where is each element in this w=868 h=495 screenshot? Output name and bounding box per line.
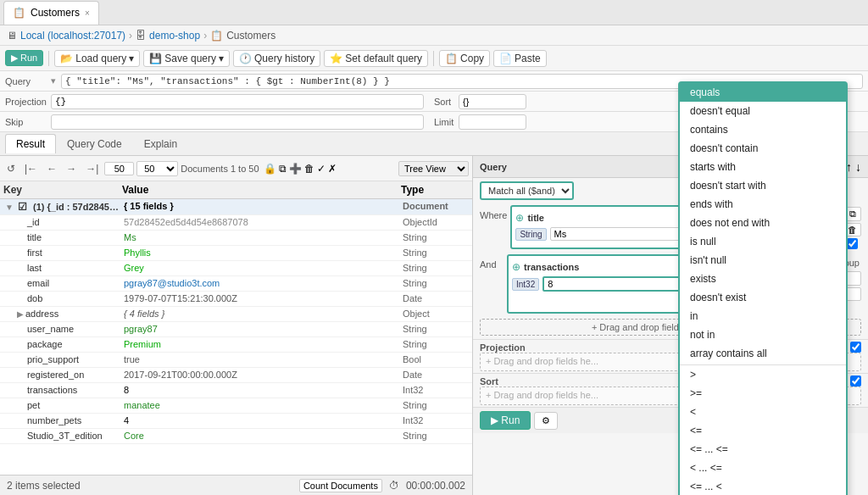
count-documents-button[interactable]: Count Documents [299,479,382,492]
cell-key: ▶address [3,308,122,320]
cell-key: first [3,247,122,259]
dropdown-item-19[interactable]: <= ... <= [680,440,846,459]
limit-input[interactable] [459,114,526,130]
field1-add-icon[interactable]: ⊕ [515,212,524,224]
projection-checkbox[interactable] [850,342,861,353]
table-row[interactable]: title Ms String [0,231,472,246]
table-row[interactable]: registered_on 2017-09-21T00:00:00.000Z D… [0,368,472,383]
table-row[interactable]: user_name pgray87 String [0,322,472,337]
dropdown-item-9[interactable]: isn't null [680,251,846,270]
view-select[interactable]: Tree View Table View JSON View [398,161,469,176]
table-row[interactable]: _id 57d28452ed5d4d54e8687078 ObjectId [0,215,472,231]
sort-label: Sort [480,376,498,387]
forward-end-button[interactable]: →| [82,162,102,175]
dropdown-item-18[interactable]: <= [680,421,846,440]
cell-type: Int32 [401,414,469,426]
copy-button[interactable]: 📋 Copy [439,50,490,67]
dropdown-item-4[interactable]: starts with [680,158,846,176]
table-row[interactable]: prio_support true Bool [0,353,472,368]
table-row[interactable]: number_pets 4 Int32 [0,414,472,429]
dropdown-item-20[interactable]: < ... <= [680,459,846,477]
validate-icon[interactable]: ✓ [317,163,326,175]
expand-icon[interactable]: ▶ [17,309,24,319]
dropdown-item-0[interactable]: equals [680,83,846,102]
dropdown-item-7[interactable]: does not end with [680,214,846,232]
run-button[interactable]: ▶ Run [5,50,43,66]
breadcrumb-icon-db: 🗄 [136,30,146,42]
sort-checkbox[interactable] [850,375,861,387]
projection-input[interactable] [51,94,424,109]
where-label: Where [475,205,510,249]
sort-down-icon[interactable]: ↓ [855,160,861,174]
table-row[interactable]: dob 1979-07-07T15:21:30.000Z Date [0,292,472,307]
table-row[interactable]: ▼ ☑ (1) {_id : 57d28452ed5d4d54e8687... … [0,199,472,215]
table-row[interactable]: ▶address { 4 fields } Object [0,307,472,322]
back-start-button[interactable]: |← [21,162,41,175]
table-row[interactable]: pet manatee String [0,398,472,414]
cell-type: String [401,231,469,243]
table-row[interactable]: last Grey String [0,261,472,276]
paste-button[interactable]: 📄 Paste [493,50,547,67]
dropdown-item-6[interactable]: ends with [680,195,846,214]
cell-value: 8 [122,384,401,396]
cell-key: ▼ ☑ (1) {_id : 57d28452ed5d4d54e8687... [3,200,122,214]
save-chevron-icon: ▾ [219,53,224,64]
dropdown-item-12[interactable]: in [680,307,846,325]
dropdown-item-21[interactable]: <= ... < [680,477,846,495]
dropdown-item-13[interactable]: not in [680,325,846,344]
field1-checkbox[interactable] [847,238,858,249]
set-default-query-button[interactable]: ⭐ Set default query [324,50,428,67]
tab-query-code[interactable]: Query Code [56,134,133,153]
delete-doc-icon[interactable]: 🗑 [304,163,314,175]
add-doc-icon[interactable]: ➕ [289,163,302,175]
dropdown-item-11[interactable]: doesn't exist [680,288,846,307]
query-expand-icon[interactable]: ▾ [51,75,56,86]
dropdown-item-3[interactable]: doesn't contain [680,139,846,158]
breadcrumb-db[interactable]: demo-shop [149,30,200,42]
dropdown-item-16[interactable]: >= [680,384,846,403]
cell-value: 2017-09-21T00:00:00.000Z [122,369,401,381]
table-row[interactable]: package Premium String [0,337,472,353]
dropdown-item-17[interactable]: < [680,403,846,421]
page-size-select[interactable]: 50 100 200 [136,161,178,176]
page-size-input[interactable] [104,162,134,175]
dropdown-item-5[interactable]: doesn't start with [680,176,846,195]
cancel-icon[interactable]: ✗ [328,163,337,175]
copy-doc-icon[interactable]: ⧉ [279,163,287,175]
skip-input[interactable] [51,114,424,130]
dropdown-item-2[interactable]: contains [680,120,846,139]
save-query-button[interactable]: 💾 Save query ▾ [143,50,230,67]
dropdown-item-1[interactable]: doesn't equal [680,102,846,120]
table-row[interactable]: transactions 8 Int32 [0,383,472,398]
toolbar: ▶ Run 📂 Load query ▾ 💾 Save query ▾ 🕐 Qu… [0,46,868,71]
tab-explain[interactable]: Explain [133,134,188,153]
dropdown-item-14[interactable]: array contains all [680,344,846,363]
dropdown-item-10[interactable]: exists [680,270,846,288]
table-row[interactable]: first Phyllis String [0,246,472,261]
breadcrumb-server[interactable]: Local (localhost:27017) [20,30,125,42]
sort-input[interactable] [459,94,526,109]
back-button[interactable]: ← [43,162,60,175]
tab-result[interactable]: Result [5,134,56,153]
cell-type: String [401,247,469,259]
qb-settings-button[interactable]: ⚙ [534,412,558,430]
query-history-button[interactable]: 🕐 Query history [233,50,320,67]
forward-button[interactable]: → [63,162,80,175]
load-query-button[interactable]: 📂 Load query ▾ [54,50,140,67]
match-select[interactable]: Match all ($and) Match any ($or) [480,181,574,200]
cell-value: pgray87@studio3t.com [122,277,401,289]
customers-tab[interactable]: 📋 Customers × [3,1,99,25]
dropdown-item-15[interactable]: > [680,364,846,384]
projection-label: Projection [5,97,47,107]
table-row[interactable]: Studio_3T_edition Core String [0,429,472,444]
cell-value: 4 [122,414,401,426]
table-row[interactable]: email pgray87@studio3t.com String [0,276,472,292]
doc-checkbox[interactable]: ☑ [18,201,27,213]
qb-run-button[interactable]: ▶ Run [480,411,531,430]
tab-close-button[interactable]: × [85,8,90,18]
dropdown-item-8[interactable]: is null [680,232,846,251]
cell-key: pet [3,399,122,411]
field2-add-icon[interactable]: ⊕ [512,261,520,273]
expand-icon[interactable]: ▼ [5,203,14,212]
refresh-button[interactable]: ↺ [3,162,19,175]
